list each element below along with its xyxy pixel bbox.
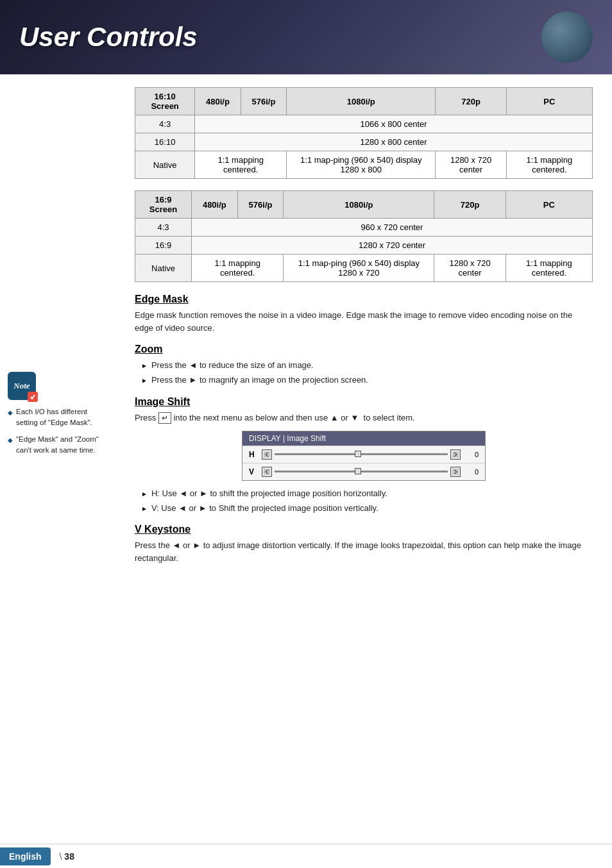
imgshift-h-bullet: ► H: Use ◄ or ► to shift the projected i… bbox=[141, 487, 593, 500]
col-header-screen1: 16:10 Screen bbox=[135, 88, 195, 115]
note-bullets-container: ◆ Each I/O has different setting of "Edg… bbox=[8, 406, 111, 456]
slider-value-v: 0 bbox=[466, 468, 479, 476]
table-row: 4:3 960 x 720 center bbox=[135, 219, 593, 237]
table-row: 4:3 1066 x 800 center bbox=[135, 115, 593, 133]
cell-native2-pc: 1:1 mapping centered. bbox=[506, 255, 592, 282]
slider-left-btn-v[interactable] bbox=[262, 467, 272, 477]
cell-native-2-mapping: 1:1 mapping centered. bbox=[192, 255, 284, 282]
triangle-icon-2: ► bbox=[141, 376, 148, 386]
col-header-pc-1: PC bbox=[506, 88, 592, 115]
cell-native-1080: 1:1 map-ping (960 x 540) display 1280 x … bbox=[287, 151, 436, 179]
image-shift-dialog-title: DISPLAY | Image Shift bbox=[242, 431, 485, 446]
col-header-480ip-2: 480i/p bbox=[192, 191, 238, 219]
col-header-576ip-1: 576i/p bbox=[241, 88, 286, 115]
imgshift-v-bullet: ► V: Use ◄ or ► to Shift the projected i… bbox=[141, 502, 593, 515]
footer-page-num: 38 bbox=[64, 851, 74, 862]
col-header-720p-2: 720p bbox=[434, 191, 506, 219]
slider-left-btn-h[interactable] bbox=[262, 449, 272, 460]
row-native-1: Native bbox=[135, 151, 195, 179]
col-header-720p-1: 720p bbox=[436, 88, 506, 115]
slider-right-btn-h[interactable] bbox=[450, 449, 461, 460]
table-row: 16:9 1280 x 720 center bbox=[135, 237, 593, 255]
row-43-1: 4:3 bbox=[135, 115, 195, 133]
slider-value-h: 0 bbox=[466, 451, 479, 458]
col-header-pc-2: PC bbox=[506, 191, 592, 219]
table-row: 16:10 1280 x 800 center bbox=[135, 133, 593, 151]
logo-circle bbox=[541, 12, 593, 63]
arrow-up-icon: ▲ bbox=[330, 413, 339, 422]
table-1610: 16:10 Screen 480i/p 576i/p 1080i/p 720p … bbox=[135, 87, 593, 179]
imgshift-slider-v[interactable]: 0 bbox=[262, 467, 479, 477]
table-row: Native 1:1 mapping centered. 1:1 map-pin… bbox=[135, 151, 593, 179]
row-43-2: 4:3 bbox=[135, 219, 192, 237]
note-bullet-1: ◆ Each I/O has different setting of "Edg… bbox=[8, 406, 111, 429]
slider-thumb-h[interactable] bbox=[355, 451, 361, 457]
row-native-2: Native bbox=[135, 255, 192, 282]
v-keystone-heading: V Keystone bbox=[135, 524, 593, 535]
imgshift-h-text: H: Use ◄ or ► to shift the projected ima… bbox=[151, 487, 387, 500]
cell-native2-1080: 1:1 map-ping (960 x 540) display 1280 x … bbox=[284, 255, 434, 282]
imgshift-row-h: H 0 bbox=[242, 446, 485, 463]
triangle-icon-v: ► bbox=[141, 504, 148, 514]
page-footer: English \ 38 bbox=[0, 844, 612, 868]
arrow-down-icon: ▼ bbox=[350, 413, 359, 422]
zoom-bullet-1: ► Press the ◄ to reduce the size of an i… bbox=[141, 359, 593, 372]
main-area: 16:10 Screen 480i/p 576i/p 1080i/p 720p … bbox=[135, 87, 593, 565]
imgshift-row-v: V 0 bbox=[242, 463, 485, 480]
v-keystone-body: Press the ◄ or ► to adjust image distort… bbox=[135, 539, 593, 565]
cell-native-pc-1: 1:1 mapping centered. bbox=[506, 151, 592, 179]
table-169: 16:9 Screen 480i/p 576i/p 1080i/p 720p P… bbox=[135, 190, 593, 282]
note-bullet-2: ◆ "Edge Mask" and "Zoom" can't work at s… bbox=[8, 434, 111, 456]
zoom-bullet-text-2: Press the ► to magnify an image on the p… bbox=[151, 374, 368, 387]
enter-icon: ↵ bbox=[158, 412, 171, 424]
zoom-bullet-2: ► Press the ► to magnify an image on the… bbox=[141, 374, 593, 387]
col-header-1080ip-2: 1080i/p bbox=[284, 191, 434, 219]
page-header: User Controls bbox=[0, 0, 612, 74]
triangle-icon-1: ► bbox=[141, 361, 148, 371]
diamond-icon-1: ◆ bbox=[8, 408, 13, 417]
image-shift-intro: Press ↵ into the next menu as below and … bbox=[135, 412, 593, 424]
cell-43-center-2: 960 x 720 center bbox=[192, 219, 593, 237]
cell-169-center: 1280 x 720 center bbox=[192, 237, 593, 255]
row-169: 16:9 bbox=[135, 237, 192, 255]
note-icon: Note bbox=[8, 372, 36, 400]
cell-1610-center: 1280 x 800 center bbox=[195, 133, 593, 151]
note-bullet-text-1: Each I/O has different setting of "Edge … bbox=[16, 406, 111, 429]
or-text: or bbox=[341, 413, 348, 422]
cell-native2-720p: 1280 x 720 center bbox=[434, 255, 506, 282]
slider-track-h[interactable] bbox=[275, 453, 448, 455]
zoom-bullet-text-1: Press the ◄ to reduce the size of an ima… bbox=[151, 359, 314, 372]
imgshift-label-h: H bbox=[249, 450, 262, 459]
note-bullet-text-2: "Edge Mask" and "Zoom" can't work at sam… bbox=[16, 434, 111, 456]
edge-mask-body: Edge mask function removes the noise in … bbox=[135, 309, 593, 335]
note-sidebar: Note ◆ Each I/O has different setting of… bbox=[0, 365, 119, 467]
col-header-1080ip-1: 1080i/p bbox=[287, 88, 436, 115]
image-shift-dialog: DISPLAY | Image Shift H 0 V bbox=[242, 431, 486, 481]
table-row: Native 1:1 mapping centered. 1:1 map-pin… bbox=[135, 255, 593, 282]
row-1610: 16:10 bbox=[135, 133, 195, 151]
cell-43-center-1: 1066 x 800 center bbox=[195, 115, 593, 133]
slider-right-btn-v[interactable] bbox=[450, 467, 461, 477]
col-header-576ip-2: 576i/p bbox=[237, 191, 284, 219]
image-shift-heading: Image Shift bbox=[135, 396, 593, 408]
cell-native-1-mapping: 1:1 mapping centered. bbox=[195, 151, 287, 179]
col-header-screen2: 16:9 Screen bbox=[135, 191, 192, 219]
page-title: User Controls bbox=[19, 22, 198, 53]
imgshift-label-v: V bbox=[249, 467, 262, 476]
edge-mask-heading: Edge Mask bbox=[135, 294, 593, 305]
slider-thumb-v[interactable] bbox=[355, 468, 361, 474]
triangle-icon-h: ► bbox=[141, 489, 148, 499]
cell-native-720p-1: 1280 x 720 center bbox=[436, 151, 506, 179]
footer-page bbox=[56, 851, 58, 862]
zoom-heading: Zoom bbox=[135, 344, 593, 355]
imgshift-v-text: V: Use ◄ or ► to Shift the projected ima… bbox=[151, 502, 378, 515]
main-content: 16:10 Screen 480i/p 576i/p 1080i/p 720p … bbox=[0, 74, 612, 583]
footer-language: English bbox=[0, 847, 51, 865]
note-icon-text: Note bbox=[13, 381, 30, 391]
diamond-icon-2: ◆ bbox=[8, 435, 13, 445]
slider-track-v[interactable] bbox=[275, 471, 448, 472]
imgshift-slider-h[interactable]: 0 bbox=[262, 449, 479, 460]
note-check-icon bbox=[28, 392, 38, 402]
col-header-480ip-1: 480i/p bbox=[195, 88, 241, 115]
footer-page-divider: \ bbox=[59, 851, 62, 862]
